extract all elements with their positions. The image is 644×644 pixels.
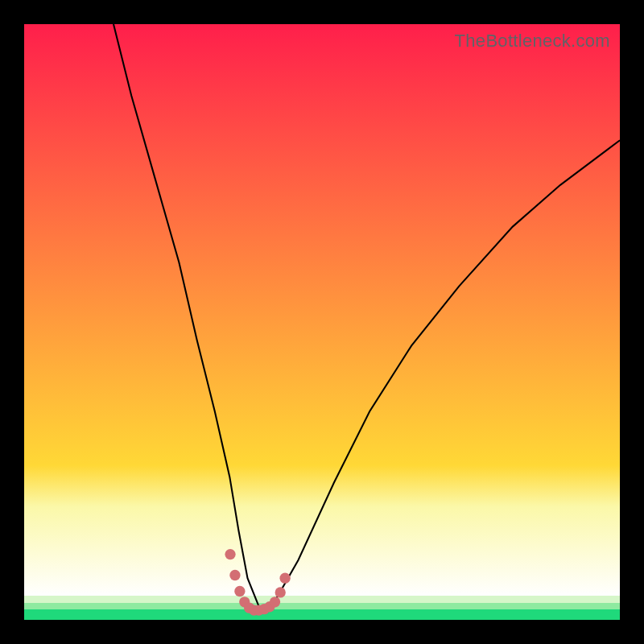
- marker-dot: [225, 549, 235, 559]
- bottleneck-curve: [114, 24, 620, 608]
- bottom-highlight-marker: [225, 549, 290, 616]
- marker-dot: [234, 586, 245, 597]
- chart-container: TheBottleneck.com: [0, 0, 644, 644]
- marker-dot: [279, 573, 290, 584]
- curve-overlay: [24, 24, 620, 620]
- plot-area: TheBottleneck.com: [24, 24, 620, 620]
- marker-dot: [229, 570, 240, 580]
- marker-dot: [275, 587, 286, 597]
- marker-dot: [270, 597, 280, 607]
- watermark-text: TheBottleneck.com: [455, 31, 610, 52]
